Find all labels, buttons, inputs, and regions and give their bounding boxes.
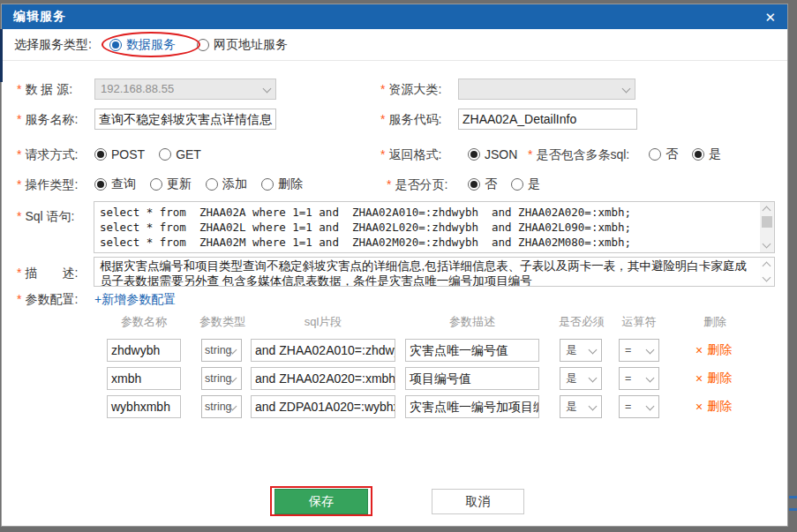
chevron-down-icon <box>646 374 655 383</box>
param-type-select[interactable]: string <box>201 367 242 390</box>
required-mark: * <box>17 209 21 223</box>
service-type-row: 选择服务类型: 数据服务 网页地址服务 <box>2 29 787 61</box>
param-sql-input[interactable]: and ZDPA01A020=:wybhxmbh <box>251 395 395 418</box>
param-operator-select[interactable]: = <box>619 395 659 418</box>
sql-scrollbar[interactable] <box>760 202 774 252</box>
col-header-delete: 删除 <box>680 313 750 331</box>
data-source-select[interactable]: 192.168.88.55 <box>94 79 276 100</box>
radio-get-label[interactable]: GET <box>176 147 201 161</box>
resource-category-label: *资源大类: <box>380 79 441 100</box>
delete-param-button[interactable]: ×删除 <box>695 339 732 362</box>
multi-sql-radios: 否 是 <box>649 144 721 165</box>
param-type-select[interactable]: string <box>201 395 242 418</box>
backdrop-left-accent <box>0 29 3 82</box>
param-operator-select[interactable]: = <box>619 339 659 362</box>
scroll-up-icon[interactable] <box>763 206 771 215</box>
save-button[interactable]: 保存 <box>274 489 368 514</box>
radio-add[interactable] <box>206 178 218 191</box>
col-header-param-type: 参数类型 <box>191 313 254 331</box>
required-mark: * <box>17 266 21 280</box>
param-operator-select[interactable]: = <box>619 367 659 390</box>
required-mark: * <box>380 82 385 96</box>
resource-category-select[interactable] <box>458 79 635 100</box>
description-label: *描 述: <box>17 262 78 283</box>
required-mark: * <box>17 147 21 161</box>
scroll-down-icon[interactable] <box>763 273 771 282</box>
radio-data-service[interactable] <box>109 39 122 51</box>
description-textarea[interactable]: 根据灾害点编号和项目类型查询不稳定斜坡灾害点的详细信息,包括详细信息表、子表以及… <box>94 257 775 287</box>
radio-paging-no-label[interactable]: 否 <box>485 176 497 192</box>
param-type-select[interactable]: string <box>201 339 242 362</box>
param-sql-input[interactable]: and ZHAA02A010=:zhdwybh <box>251 339 395 362</box>
radio-update-label[interactable]: 更新 <box>167 176 192 192</box>
param-sql-input[interactable]: and ZHAA02A020=:xmbh <box>251 367 395 390</box>
radio-multisql-no[interactable] <box>649 148 661 161</box>
col-header-operator: 运算符 <box>611 313 667 331</box>
radio-paging-no[interactable] <box>468 178 480 191</box>
radio-query-label[interactable]: 查询 <box>111 176 136 192</box>
delete-x-icon: × <box>695 400 703 414</box>
close-icon[interactable]: ✕ <box>764 11 776 24</box>
radio-multisql-no-label[interactable]: 否 <box>665 146 678 162</box>
delete-x-icon: × <box>695 371 703 386</box>
delete-param-button[interactable]: ×删除 <box>695 367 732 390</box>
radio-delete-label[interactable]: 删除 <box>278 176 303 192</box>
description-scrollbar[interactable] <box>760 258 774 286</box>
add-param-link[interactable]: +新增参数配置 <box>94 288 176 310</box>
radio-add-label[interactable]: 添加 <box>222 176 247 192</box>
required-mark: * <box>17 292 21 306</box>
sql-textarea[interactable]: select * from ZHAA02A where 1=1 and ZHAA… <box>94 201 775 253</box>
param-required-select[interactable]: 是 <box>560 395 602 418</box>
col-header-param-desc: 参数描述 <box>405 313 539 331</box>
param-name-input[interactable]: wybhxmbh <box>107 395 181 418</box>
param-desc-input[interactable]: 灾害点唯一编号值 <box>405 339 539 362</box>
required-mark: * <box>17 82 21 96</box>
backdrop-right-dash <box>789 496 797 498</box>
radio-update[interactable] <box>150 178 162 191</box>
radio-delete[interactable] <box>261 178 274 191</box>
radio-json[interactable] <box>468 148 480 161</box>
required-mark: * <box>17 112 21 126</box>
param-name-input[interactable]: zhdwybh <box>107 339 181 362</box>
param-name-input[interactable]: xmbh <box>107 367 181 390</box>
return-format-radios: JSON <box>468 144 517 165</box>
sql-text: select * from ZHAA02A where 1=1 and ZHAA… <box>94 202 774 250</box>
required-mark: * <box>387 177 391 191</box>
required-mark: * <box>528 147 532 161</box>
radio-paging-yes-label[interactable]: 是 <box>528 176 540 192</box>
chevron-down-icon <box>589 402 598 411</box>
radio-query[interactable] <box>94 178 107 191</box>
request-method-radios: POST GET <box>94 144 201 165</box>
delete-param-button[interactable]: ×删除 <box>695 395 732 418</box>
param-desc-input[interactable]: 灾害点唯一编号加项目编号 <box>405 395 539 418</box>
sql-label: *Sql 语句: <box>17 206 74 227</box>
chevron-down-icon <box>263 85 272 94</box>
param-required-select[interactable]: 是 <box>560 339 602 362</box>
radio-paging-yes[interactable] <box>511 178 523 191</box>
service-name-label: *服务名称: <box>17 109 78 130</box>
radio-web-url-service[interactable] <box>197 39 209 51</box>
radio-web-url-service-label[interactable]: 网页地址服务 <box>214 37 288 53</box>
radio-json-label[interactable]: JSON <box>485 147 517 161</box>
radio-data-service-label[interactable]: 数据服务 <box>126 37 176 53</box>
radio-multisql-yes-label[interactable]: 是 <box>709 146 721 162</box>
radio-get[interactable] <box>159 148 171 161</box>
description-text: 根据灾害点编号和项目类型查询不稳定斜坡灾害点的详细信息,包括详细信息表、子表以及… <box>94 258 774 287</box>
service-code-input[interactable]: ZHAA02A_DetailInfo <box>458 109 637 130</box>
service-name-input[interactable]: 查询不稳定斜坡灾害点详情信息 <box>94 109 276 130</box>
param-required-select[interactable]: 是 <box>560 367 602 390</box>
required-mark: * <box>380 112 385 126</box>
scroll-down-icon[interactable] <box>763 240 771 249</box>
radio-post[interactable] <box>94 148 107 161</box>
param-desc-input[interactable]: 项目编号值 <box>405 367 539 390</box>
radio-multisql-yes[interactable] <box>692 148 704 161</box>
scroll-up-icon[interactable] <box>763 262 771 271</box>
scrollbar-thumb[interactable] <box>762 216 772 228</box>
delete-x-icon: × <box>695 343 703 357</box>
return-format-label: *返回格式: <box>380 144 441 165</box>
backdrop-right-dash <box>789 508 797 511</box>
required-mark: * <box>17 177 21 191</box>
radio-post-label[interactable]: POST <box>111 147 145 161</box>
cancel-button[interactable]: 取消 <box>432 489 524 514</box>
pagination-radios: 否 是 <box>468 174 540 195</box>
